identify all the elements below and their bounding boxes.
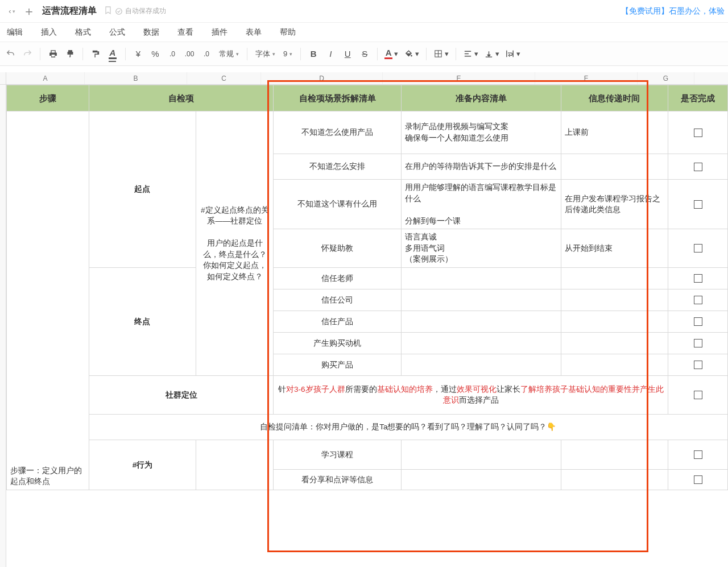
bookmark-icon[interactable] <box>104 6 113 16</box>
svg-point-1 <box>411 55 412 57</box>
new-tab-button[interactable]: ＋ <box>20 3 38 20</box>
bold-button[interactable]: B <box>305 46 321 62</box>
undo-button[interactable] <box>2 46 18 62</box>
redo-button[interactable] <box>19 46 35 62</box>
trial-link[interactable]: 【免费试用】石墨办公，体验 <box>621 6 725 16</box>
menu-bar: 编辑 插入 格式 公式 数据 查看 插件 表单 帮助 <box>0 23 728 42</box>
menu-help[interactable]: 帮助 <box>280 27 296 38</box>
fill-color-button[interactable]: ▾ <box>402 46 421 62</box>
title-bar: ‹ ▾ ＋ 运营流程清单 自动保存成功 【免费试用】石墨办公，体验 <box>0 0 728 23</box>
decimal-inc-button[interactable]: .00 <box>181 46 197 62</box>
font-size-dropdown[interactable]: 9▾ <box>280 46 296 62</box>
clear-format-button[interactable]: A― <box>105 46 121 62</box>
menu-view[interactable]: 查看 <box>177 27 193 38</box>
font-dropdown[interactable]: 字体▾ <box>252 46 279 62</box>
menu-format[interactable]: 格式 <box>75 27 91 38</box>
valign-button[interactable]: ▾ <box>482 46 502 62</box>
currency-button[interactable]: ¥ <box>130 46 146 62</box>
menu-form[interactable]: 表单 <box>246 27 262 38</box>
menu-formula[interactable]: 公式 <box>109 27 125 38</box>
back-dropdown[interactable]: ‹ ▾ <box>3 3 20 20</box>
borders-button[interactable]: ▾ <box>431 46 451 62</box>
percent-button[interactable]: % <box>147 46 163 62</box>
menu-insert[interactable]: 插入 <box>41 27 57 38</box>
print-button[interactable] <box>45 46 61 62</box>
autosave-status: 自动保存成功 <box>115 6 166 16</box>
paste-format-button[interactable] <box>62 46 78 62</box>
format-paint-button[interactable] <box>88 46 104 62</box>
text-color-button[interactable]: A▾ <box>382 46 400 62</box>
document-title[interactable]: 运营流程清单 <box>42 5 97 17</box>
menu-edit[interactable]: 编辑 <box>7 27 23 38</box>
svg-point-0 <box>116 8 122 14</box>
toolbar: A― ¥ % .0 .00 .0 常规▾ 字体▾ 9▾ B I U S A▾ ▾… <box>0 42 728 66</box>
align-button[interactable]: ▾ <box>461 46 481 62</box>
menu-data[interactable]: 数据 <box>143 27 159 38</box>
decimal-dec-button[interactable]: .0 <box>198 46 214 62</box>
menu-plugin[interactable]: 插件 <box>212 27 228 38</box>
strike-button[interactable]: S <box>357 46 373 62</box>
wrap-button[interactable]: ▾ <box>503 46 523 62</box>
number-format-dropdown[interactable]: 常规▾ <box>216 46 242 62</box>
decimal-0-button[interactable]: .0 <box>164 46 180 62</box>
underline-button[interactable]: U <box>340 46 355 62</box>
italic-button[interactable]: I <box>322 46 338 62</box>
